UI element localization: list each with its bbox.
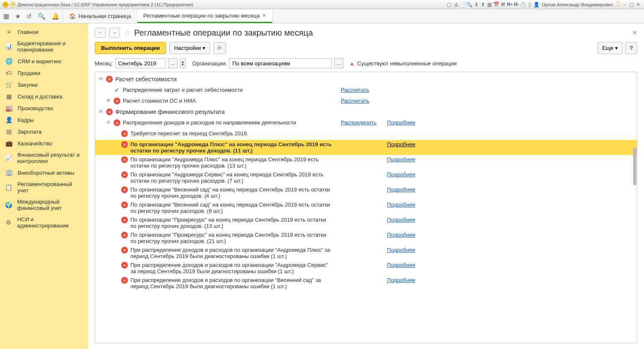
error-icon: ✕ [121,262,128,269]
m-minus-icon[interactable]: M- [513,1,520,8]
min-icon[interactable]: – [621,1,628,8]
sidebar-item-salary[interactable]: ▤Зарплата [0,126,88,137]
collapse-icon[interactable]: ⊖ [98,76,104,81]
bell-icon[interactable]: 🔔 [52,13,60,20]
sidebar-item-ifrs[interactable]: 🌍Международный финансовый учет [0,196,88,214]
details-link[interactable]: Подробнее [387,202,415,208]
collapse-icon[interactable]: ⊖ [98,109,104,114]
err-row[interactable]: Требуется пересчет за период Сентябрь 20… [130,130,248,137]
details-link[interactable]: Подробнее [387,247,415,253]
details-link[interactable]: Подробнее [387,217,415,223]
tab-closing[interactable]: Регламентные операции по закрытию месяца… [138,9,273,23]
err-row[interactable]: При распределение доходов и расходов по … [130,262,332,274]
calc-icon[interactable]: ▦ [486,1,493,8]
err-row[interactable]: По организации "Промресурс" на конец пер… [130,217,332,229]
sidebar-item-purchase[interactable]: 🛒Закупки [0,79,88,90]
back-button[interactable]: ← [95,28,106,38]
toolbar-icon-1[interactable]: ▢ [446,1,453,8]
details-link[interactable]: Подробнее [387,186,415,193]
expand-icon[interactable]: ⊕ [105,98,111,103]
book-icon[interactable]: ▯ [527,1,533,8]
max-icon[interactable]: ▢ [628,1,635,8]
salary-icon: ▤ [5,128,13,135]
err-row[interactable]: При распределение доходов и расходов по … [130,247,332,259]
apps-icon[interactable]: ▦ [3,13,9,20]
month-spinner[interactable]: ▲▼ [180,58,186,68]
details-link[interactable]: Подробнее [387,171,415,178]
building-icon: 🏢 [5,169,13,176]
sidebar-item-crm[interactable]: 🌐CRM и маркетинг [0,55,88,67]
clock-icon[interactable]: 🕐 [520,1,527,8]
error-icon: ✕ [121,232,128,238]
app-dropdown-icon[interactable]: ▾ [10,2,16,8]
down-icon[interactable]: ⬇ [473,1,480,8]
star-icon[interactable]: ★ [15,13,21,20]
collapse-icon[interactable]: ⊖ [105,119,111,125]
sidebar-item-assets[interactable]: 🏢Внеоборотные активы [0,167,88,178]
cal-icon[interactable]: 📅 [493,1,500,8]
sidebar-item-hr[interactable]: 👤Кадры [0,114,88,126]
m-plus-icon[interactable]: M+ [506,1,513,8]
selected-row[interactable]: ✕По организации "Андромеда Плюс" на коне… [95,140,637,155]
close-icon[interactable]: ✕ [635,1,641,8]
row-income-dist[interactable]: Распределение доходов и расходов по напр… [123,119,296,126]
err-row[interactable]: По организации "Весенний сад" на конец п… [130,202,332,214]
details-link[interactable]: Подробнее [387,277,415,283]
err-row[interactable]: По организации "Андромеда Плюс" на конец… [130,156,332,169]
err-row[interactable]: При распределение доходов и расходов по … [130,277,332,290]
tab-home[interactable]: 🏠 Начальная страница [63,9,138,23]
sidebar-label: Казначейство [18,140,52,147]
help-button[interactable]: ? [625,42,637,54]
sidebar-item-treasury[interactable]: 💼Казначейство [0,137,88,149]
m-icon[interactable]: M [500,1,506,8]
settings-button[interactable]: Настройки▾ [169,42,210,54]
refresh-icon[interactable]: 🔍 [466,1,473,8]
sidebar-item-regulated[interactable]: 📋Регламентированный учет [0,178,88,196]
group-finresult[interactable]: Формирование финансового результата [115,109,225,115]
group-cost[interactable]: Расчет себестоимости [115,76,177,83]
run-button[interactable]: Выполнить операции [95,42,166,54]
page-close-icon[interactable]: ✕ [632,29,637,36]
distribute-link[interactable]: Распределить [341,119,377,126]
more-button[interactable]: Еще▾ [597,42,622,54]
details-link[interactable]: Подробнее [387,156,415,163]
sidebar-item-finance[interactable]: 📈Финансовый результат и контроллинг [0,149,88,167]
err-row[interactable]: По организации "Андромеда Плюс" на конец… [130,141,332,154]
scrollbar[interactable] [633,147,636,185]
sidebar-item-warehouse[interactable]: ▦Склад и доставка [0,90,88,102]
org-ellipsis-button[interactable]: … [334,58,343,68]
org-field[interactable] [229,58,332,68]
user-name[interactable]: Орлов Александр Владимирович [542,2,613,7]
operations-tree[interactable]: ⊖✕Расчет себестоимости ✓Распределение за… [95,72,637,343]
sidebar-item-sales[interactable]: 🏷Продажи [0,67,88,79]
print-icon[interactable]: 🖨 [453,1,460,8]
forward-button[interactable]: → [109,28,120,38]
sidebar-item-production[interactable]: 🏭Производство [0,102,88,114]
sidebar-item-admin[interactable]: ⚙НСИ и администрирование [0,214,88,231]
up-icon[interactable]: ⬆ [480,1,486,8]
tab-close-icon[interactable]: ✕ [262,13,266,18]
favorite-icon[interactable]: ☆ [123,28,131,38]
calc-link[interactable]: Рассчитать [341,98,369,104]
row-os-nma[interactable]: Расчет стоимости ОС и НМА [123,98,196,104]
month-ellipsis-button[interactable]: … [168,58,177,68]
tab-home-label: Начальная страница [78,13,131,19]
doc-icon[interactable]: 📄 [460,1,466,8]
history-icon[interactable]: ↺ [26,13,32,20]
refresh-button[interactable]: ⟳ [213,42,226,54]
sidebar-item-budget[interactable]: 📊Бюджетирование и планирование [0,38,88,55]
err-row[interactable]: По организации "Весенний сад" на конец п… [130,186,332,199]
sidebar-item-main[interactable]: ≡Главное [0,26,88,38]
err-row[interactable]: По организации "Андромеда Сервис" на кон… [130,171,332,184]
details-link[interactable]: Подробнее [387,141,415,147]
home-icon: 🏠 [69,13,76,19]
details-link[interactable]: Подробнее [387,119,415,126]
search-icon[interactable]: 🔍 [38,13,46,20]
calc-link[interactable]: Рассчитать [341,87,369,93]
details-link[interactable]: Подробнее [387,262,415,268]
err-row[interactable]: По организации "Промресурс" на конец пер… [130,232,332,244]
details-link[interactable]: Подробнее [387,232,415,238]
row-cost-dist[interactable]: Распределение затрат и расчет себестоимо… [123,87,243,93]
month-field[interactable] [115,58,166,68]
info-icon[interactable]: ⓘ [615,1,621,8]
